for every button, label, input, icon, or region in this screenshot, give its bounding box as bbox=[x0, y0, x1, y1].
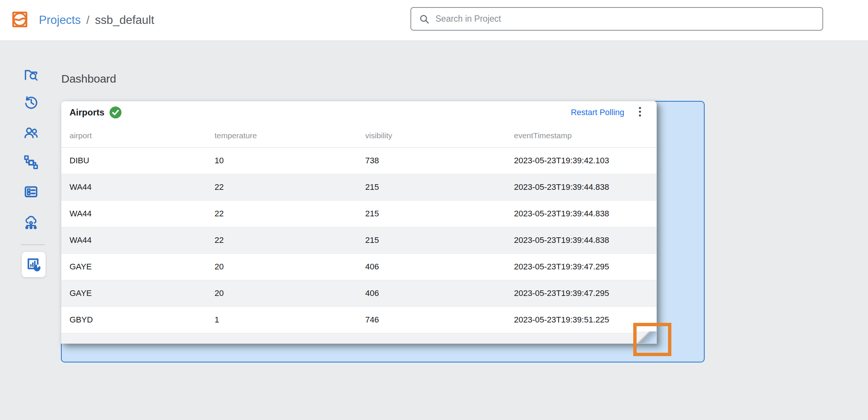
sidebar-item-tables[interactable] bbox=[22, 183, 40, 200]
cloud-network-icon bbox=[23, 214, 39, 230]
search-icon bbox=[419, 13, 430, 25]
table-cell: 22 bbox=[206, 227, 357, 254]
folder-search-icon bbox=[23, 67, 39, 83]
table-cell: 215 bbox=[357, 174, 506, 201]
table-row: DIBU107382023-05-23T19:39:42.103 bbox=[61, 148, 657, 174]
table-cell: 2023-05-23T19:39:44.838 bbox=[506, 201, 657, 227]
table-cell: 10 bbox=[206, 148, 357, 174]
sidebar-divider bbox=[21, 244, 45, 245]
column-header-temperature: temperature bbox=[206, 124, 357, 148]
table-cell: 215 bbox=[357, 201, 506, 227]
breadcrumb: Projects / ssb_default bbox=[39, 0, 154, 40]
table-cell: 2023-05-23T19:39:44.838 bbox=[506, 174, 657, 201]
table-cell: 2023-05-23T19:39:44.838 bbox=[506, 227, 657, 254]
table-cell: GAYE bbox=[61, 280, 206, 307]
form-list-icon bbox=[23, 184, 39, 200]
table-cell: 1 bbox=[206, 307, 357, 333]
table-cell: 746 bbox=[357, 307, 506, 333]
table-cell: 1 bbox=[206, 333, 357, 344]
table-cell: GAYE bbox=[61, 254, 206, 280]
table-cell: 22 bbox=[206, 174, 357, 201]
table-cell: 2023-05-23T19:39:47.295 bbox=[506, 280, 657, 307]
airports-widget: Airports Restart Polling airporttemperat… bbox=[61, 101, 657, 344]
highlight-box bbox=[633, 323, 671, 356]
breadcrumb-projects-link[interactable]: Projects bbox=[39, 13, 81, 27]
table-cell: 20 bbox=[206, 280, 357, 307]
results-table: airporttemperaturevisibilityeventTimesta… bbox=[61, 124, 657, 344]
app-logo-icon[interactable] bbox=[10, 10, 29, 29]
table-cell: WA44 bbox=[61, 227, 206, 254]
table-cell: 738 bbox=[357, 148, 506, 174]
table-cell: 406 bbox=[357, 254, 506, 280]
table-header-row: airporttemperaturevisibilityeventTimesta… bbox=[61, 124, 657, 148]
restart-polling-link[interactable]: Restart Polling bbox=[571, 108, 624, 117]
sidebar-item-explorer[interactable] bbox=[22, 67, 40, 84]
table-cell: GBYD bbox=[61, 333, 206, 344]
widget-title: Airports bbox=[70, 107, 104, 118]
table-body: DIBU107382023-05-23T19:39:42.103WA442221… bbox=[61, 148, 657, 344]
column-header-eventTimestamp: eventTimestamp bbox=[506, 124, 657, 148]
page-title: Dashboard bbox=[61, 72, 116, 85]
sidebar-item-dashboard[interactable] bbox=[22, 252, 46, 277]
top-bar: Projects / ssb_default bbox=[0, 0, 868, 41]
table-cell: WA44 bbox=[61, 174, 206, 201]
table-cell: 215 bbox=[357, 227, 506, 254]
column-header-visibility: visibility bbox=[357, 124, 506, 148]
breadcrumb-current-project: ssb_default bbox=[95, 13, 154, 27]
table-row: GAYE204062023-05-23T19:39:47.295 bbox=[61, 280, 657, 307]
monitoring-charts-icon bbox=[26, 257, 41, 272]
table-row: WA44222152023-05-23T19:39:44.838 bbox=[61, 227, 657, 254]
table-row: GBYD17462023-05-23T19:39:51.225 bbox=[61, 333, 657, 344]
table-cell: WA44 bbox=[61, 201, 206, 227]
table-cell: DIBU bbox=[61, 148, 206, 174]
table-row: WA44222152023-05-23T19:39:44.838 bbox=[61, 201, 657, 227]
sidebar-item-job-flow[interactable] bbox=[22, 154, 40, 171]
users-icon bbox=[23, 125, 39, 140]
table-row: GBYD17462023-05-23T19:39:51.225 bbox=[61, 307, 657, 333]
widget-header: Airports Restart Polling bbox=[61, 101, 656, 124]
table-cell: 746 bbox=[357, 333, 506, 344]
column-header-airport: airport bbox=[61, 124, 206, 148]
search-box bbox=[410, 7, 823, 31]
success-check-icon bbox=[109, 106, 122, 119]
table-cell: GBYD bbox=[61, 307, 206, 333]
table-row: GAYE204062023-05-23T19:39:47.295 bbox=[61, 254, 657, 280]
table-cell: 22 bbox=[206, 201, 357, 227]
flow-nodes-icon bbox=[23, 154, 39, 170]
sidebar-item-users[interactable] bbox=[22, 124, 40, 141]
sidebar-item-history[interactable] bbox=[22, 94, 40, 111]
breadcrumb-separator: / bbox=[86, 14, 89, 27]
table-cell: 20 bbox=[206, 254, 357, 280]
kebab-icon bbox=[638, 106, 641, 118]
table-cell: 2023-05-23T19:39:47.295 bbox=[506, 254, 657, 280]
history-clock-icon bbox=[23, 95, 39, 110]
kebab-menu-button[interactable] bbox=[636, 105, 644, 120]
table-cell: 2023-05-23T19:39:42.103 bbox=[506, 148, 657, 174]
table-row: WA44222152023-05-23T19:39:44.838 bbox=[61, 174, 657, 201]
search-input[interactable] bbox=[435, 13, 822, 24]
table-cell: 406 bbox=[357, 280, 506, 307]
sidebar-item-data-sources[interactable] bbox=[22, 213, 40, 231]
